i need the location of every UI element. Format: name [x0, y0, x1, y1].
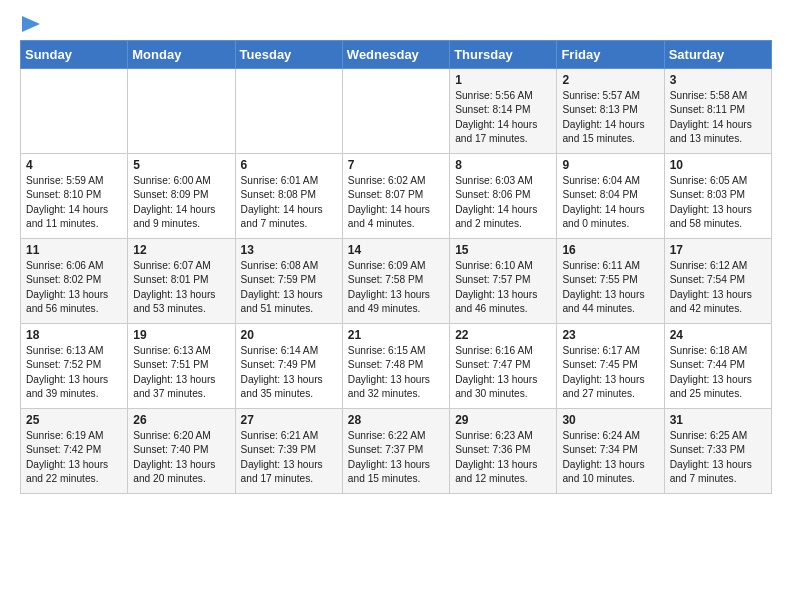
calendar-cell: 8Sunrise: 6:03 AM Sunset: 8:06 PM Daylig… [450, 154, 557, 239]
calendar-cell: 7Sunrise: 6:02 AM Sunset: 8:07 PM Daylig… [342, 154, 449, 239]
calendar-week-5: 25Sunrise: 6:19 AM Sunset: 7:42 PM Dayli… [21, 409, 772, 494]
calendar-cell: 28Sunrise: 6:22 AM Sunset: 7:37 PM Dayli… [342, 409, 449, 494]
day-number: 17 [670, 243, 766, 257]
day-number: 21 [348, 328, 444, 342]
calendar-cell [21, 69, 128, 154]
day-number: 22 [455, 328, 551, 342]
calendar-cell: 31Sunrise: 6:25 AM Sunset: 7:33 PM Dayli… [664, 409, 771, 494]
day-number: 10 [670, 158, 766, 172]
logo-arrow-icon [22, 16, 40, 32]
calendar-week-2: 4Sunrise: 5:59 AM Sunset: 8:10 PM Daylig… [21, 154, 772, 239]
day-content: Sunrise: 6:24 AM Sunset: 7:34 PM Dayligh… [562, 429, 658, 486]
day-content: Sunrise: 6:20 AM Sunset: 7:40 PM Dayligh… [133, 429, 229, 486]
weekday-header-friday: Friday [557, 41, 664, 69]
day-content: Sunrise: 6:05 AM Sunset: 8:03 PM Dayligh… [670, 174, 766, 231]
day-content: Sunrise: 6:17 AM Sunset: 7:45 PM Dayligh… [562, 344, 658, 401]
calendar-cell [235, 69, 342, 154]
calendar-cell: 20Sunrise: 6:14 AM Sunset: 7:49 PM Dayli… [235, 324, 342, 409]
day-number: 11 [26, 243, 122, 257]
day-content: Sunrise: 6:15 AM Sunset: 7:48 PM Dayligh… [348, 344, 444, 401]
day-content: Sunrise: 6:19 AM Sunset: 7:42 PM Dayligh… [26, 429, 122, 486]
day-number: 4 [26, 158, 122, 172]
day-content: Sunrise: 6:23 AM Sunset: 7:36 PM Dayligh… [455, 429, 551, 486]
day-number: 2 [562, 73, 658, 87]
calendar-cell [128, 69, 235, 154]
calendar-cell: 6Sunrise: 6:01 AM Sunset: 8:08 PM Daylig… [235, 154, 342, 239]
day-number: 27 [241, 413, 337, 427]
calendar-cell: 16Sunrise: 6:11 AM Sunset: 7:55 PM Dayli… [557, 239, 664, 324]
day-number: 16 [562, 243, 658, 257]
weekday-header-tuesday: Tuesday [235, 41, 342, 69]
calendar-cell: 1Sunrise: 5:56 AM Sunset: 8:14 PM Daylig… [450, 69, 557, 154]
calendar-cell: 14Sunrise: 6:09 AM Sunset: 7:58 PM Dayli… [342, 239, 449, 324]
day-number: 24 [670, 328, 766, 342]
calendar-cell: 15Sunrise: 6:10 AM Sunset: 7:57 PM Dayli… [450, 239, 557, 324]
calendar-cell: 19Sunrise: 6:13 AM Sunset: 7:51 PM Dayli… [128, 324, 235, 409]
calendar-cell: 26Sunrise: 6:20 AM Sunset: 7:40 PM Dayli… [128, 409, 235, 494]
day-number: 29 [455, 413, 551, 427]
day-number: 31 [670, 413, 766, 427]
weekday-header-monday: Monday [128, 41, 235, 69]
day-content: Sunrise: 6:09 AM Sunset: 7:58 PM Dayligh… [348, 259, 444, 316]
day-content: Sunrise: 6:02 AM Sunset: 8:07 PM Dayligh… [348, 174, 444, 231]
day-content: Sunrise: 6:06 AM Sunset: 8:02 PM Dayligh… [26, 259, 122, 316]
day-content: Sunrise: 6:21 AM Sunset: 7:39 PM Dayligh… [241, 429, 337, 486]
calendar-cell: 5Sunrise: 6:00 AM Sunset: 8:09 PM Daylig… [128, 154, 235, 239]
day-content: Sunrise: 6:25 AM Sunset: 7:33 PM Dayligh… [670, 429, 766, 486]
day-number: 30 [562, 413, 658, 427]
calendar-cell: 9Sunrise: 6:04 AM Sunset: 8:04 PM Daylig… [557, 154, 664, 239]
day-content: Sunrise: 6:11 AM Sunset: 7:55 PM Dayligh… [562, 259, 658, 316]
calendar-cell [342, 69, 449, 154]
day-content: Sunrise: 6:13 AM Sunset: 7:52 PM Dayligh… [26, 344, 122, 401]
day-number: 13 [241, 243, 337, 257]
weekday-header-saturday: Saturday [664, 41, 771, 69]
day-number: 14 [348, 243, 444, 257]
calendar-cell: 13Sunrise: 6:08 AM Sunset: 7:59 PM Dayli… [235, 239, 342, 324]
day-number: 26 [133, 413, 229, 427]
day-content: Sunrise: 6:04 AM Sunset: 8:04 PM Dayligh… [562, 174, 658, 231]
calendar-cell: 23Sunrise: 6:17 AM Sunset: 7:45 PM Dayli… [557, 324, 664, 409]
header [20, 16, 772, 32]
weekday-header-thursday: Thursday [450, 41, 557, 69]
calendar-cell: 25Sunrise: 6:19 AM Sunset: 7:42 PM Dayli… [21, 409, 128, 494]
day-number: 6 [241, 158, 337, 172]
calendar-cell: 21Sunrise: 6:15 AM Sunset: 7:48 PM Dayli… [342, 324, 449, 409]
calendar-cell: 30Sunrise: 6:24 AM Sunset: 7:34 PM Dayli… [557, 409, 664, 494]
calendar-cell: 4Sunrise: 5:59 AM Sunset: 8:10 PM Daylig… [21, 154, 128, 239]
day-number: 18 [26, 328, 122, 342]
calendar-cell: 29Sunrise: 6:23 AM Sunset: 7:36 PM Dayli… [450, 409, 557, 494]
weekday-header-wednesday: Wednesday [342, 41, 449, 69]
calendar-cell: 27Sunrise: 6:21 AM Sunset: 7:39 PM Dayli… [235, 409, 342, 494]
day-number: 3 [670, 73, 766, 87]
weekday-header-sunday: Sunday [21, 41, 128, 69]
day-content: Sunrise: 6:22 AM Sunset: 7:37 PM Dayligh… [348, 429, 444, 486]
day-content: Sunrise: 5:56 AM Sunset: 8:14 PM Dayligh… [455, 89, 551, 146]
day-content: Sunrise: 6:00 AM Sunset: 8:09 PM Dayligh… [133, 174, 229, 231]
calendar-week-4: 18Sunrise: 6:13 AM Sunset: 7:52 PM Dayli… [21, 324, 772, 409]
day-content: Sunrise: 6:07 AM Sunset: 8:01 PM Dayligh… [133, 259, 229, 316]
calendar-week-1: 1Sunrise: 5:56 AM Sunset: 8:14 PM Daylig… [21, 69, 772, 154]
calendar-week-3: 11Sunrise: 6:06 AM Sunset: 8:02 PM Dayli… [21, 239, 772, 324]
day-content: Sunrise: 6:03 AM Sunset: 8:06 PM Dayligh… [455, 174, 551, 231]
calendar-cell: 3Sunrise: 5:58 AM Sunset: 8:11 PM Daylig… [664, 69, 771, 154]
calendar-cell: 24Sunrise: 6:18 AM Sunset: 7:44 PM Dayli… [664, 324, 771, 409]
logo [20, 16, 40, 32]
day-content: Sunrise: 6:08 AM Sunset: 7:59 PM Dayligh… [241, 259, 337, 316]
day-number: 28 [348, 413, 444, 427]
calendar-table: SundayMondayTuesdayWednesdayThursdayFrid… [20, 40, 772, 494]
day-content: Sunrise: 6:18 AM Sunset: 7:44 PM Dayligh… [670, 344, 766, 401]
day-number: 5 [133, 158, 229, 172]
day-number: 19 [133, 328, 229, 342]
calendar-cell: 22Sunrise: 6:16 AM Sunset: 7:47 PM Dayli… [450, 324, 557, 409]
day-number: 23 [562, 328, 658, 342]
day-number: 20 [241, 328, 337, 342]
day-number: 8 [455, 158, 551, 172]
calendar-cell: 2Sunrise: 5:57 AM Sunset: 8:13 PM Daylig… [557, 69, 664, 154]
calendar-cell: 11Sunrise: 6:06 AM Sunset: 8:02 PM Dayli… [21, 239, 128, 324]
day-number: 25 [26, 413, 122, 427]
calendar-cell: 17Sunrise: 6:12 AM Sunset: 7:54 PM Dayli… [664, 239, 771, 324]
day-content: Sunrise: 6:10 AM Sunset: 7:57 PM Dayligh… [455, 259, 551, 316]
day-content: Sunrise: 6:12 AM Sunset: 7:54 PM Dayligh… [670, 259, 766, 316]
day-content: Sunrise: 6:14 AM Sunset: 7:49 PM Dayligh… [241, 344, 337, 401]
calendar-cell: 18Sunrise: 6:13 AM Sunset: 7:52 PM Dayli… [21, 324, 128, 409]
